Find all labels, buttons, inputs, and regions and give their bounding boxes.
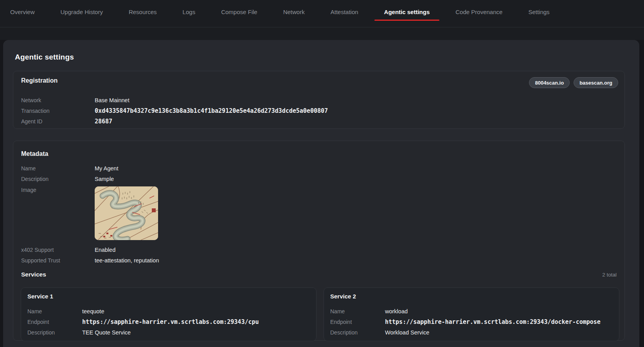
service-card-service-2: Service 2NameworkloadEndpointhttps://sap…	[324, 287, 619, 341]
tab-network[interactable]: Network	[273, 3, 315, 21]
field-label: Network	[21, 97, 95, 103]
tab-agentic-settings[interactable]: Agentic settings	[374, 3, 440, 21]
field-value: 28687	[95, 118, 112, 125]
field-row-agent-id: Agent ID28687	[21, 116, 617, 127]
field-label: Name	[27, 308, 82, 314]
field-label: Transaction	[21, 108, 95, 114]
field-value: Enabled	[95, 247, 115, 253]
map-illustration	[95, 186, 158, 240]
tab-overview[interactable]: Overview	[0, 3, 45, 21]
field-value: https://sapphire-harrier.vm.scrtlabs.com…	[82, 318, 259, 325]
field-label: Endpoint	[330, 319, 385, 325]
link-badge-8004scan-io[interactable]: 8004scan.io	[529, 77, 570, 88]
metadata-header: Metadata	[21, 150, 48, 157]
service-title: Service 2	[330, 293, 356, 300]
field-row-description: DescriptionWorkload Service	[330, 327, 613, 338]
metadata-rows-bottom: x402 SupportEnabledSupported Trusttee-at…	[21, 244, 617, 266]
field-row-endpoint: Endpointhttps://sapphire-harrier.vm.scrt…	[330, 316, 613, 327]
field-label: Image	[21, 186, 95, 193]
field-row-transaction: Transaction0xd4335847b4327c9e136c3b8a3b1…	[21, 105, 617, 116]
tab-resources[interactable]: Resources	[119, 3, 167, 21]
field-row-endpoint: Endpointhttps://sapphire-harrier.vm.scrt…	[27, 316, 310, 327]
link-badge-basescan-org[interactable]: basescan.org	[574, 77, 618, 88]
field-value: My Agent	[95, 165, 118, 172]
image-field-row: Image	[21, 186, 617, 240]
service-rows: NameteequoteEndpointhttps://sapphire-har…	[27, 306, 310, 338]
tab-attestation[interactable]: Attestation	[320, 3, 369, 21]
registration-links: 8004scan.iobasescan.org	[529, 77, 618, 88]
field-value: teequote	[82, 308, 104, 314]
field-value: TEE Quote Service	[82, 329, 131, 336]
field-label: Description	[330, 329, 385, 336]
field-row-name: Nameteequote	[27, 306, 310, 316]
tab-logs[interactable]: Logs	[173, 3, 206, 21]
field-value: workload	[385, 308, 408, 314]
field-row-supported-trust: Supported Trusttee-attestation, reputati…	[21, 255, 617, 266]
main-panel: Agentic settings Registration 8004scan.i…	[3, 40, 639, 347]
field-value: Base Mainnet	[95, 97, 130, 103]
agent-map-image	[95, 186, 158, 240]
field-row-description: DescriptionTEE Quote Service	[27, 327, 310, 338]
field-label: x402 Support	[21, 247, 95, 253]
field-label: Endpoint	[27, 319, 82, 325]
field-value: 0xd4335847b4327c9e136c3b8a3b1c4f1ba29120…	[95, 107, 328, 114]
field-label: Name	[21, 165, 95, 172]
registration-card: Registration 8004scan.iobasescan.org Net…	[13, 71, 625, 129]
field-row-network: NetworkBase Mainnet	[21, 95, 617, 105]
tab-bar: OverviewUpgrade HistoryResourcesLogsComp…	[0, 0, 644, 27]
field-value: tee-attestation, reputation	[95, 257, 159, 264]
field-value: Workload Service	[385, 329, 429, 336]
page-header: OverviewUpgrade HistoryResourcesLogsComp…	[0, 0, 644, 40]
tab-code-provenance[interactable]: Code Provenance	[445, 3, 513, 21]
tab-upgrade-history[interactable]: Upgrade History	[50, 3, 113, 21]
services-list: Service 1NameteequoteEndpointhttps://sap…	[21, 287, 619, 341]
registration-header: Registration	[21, 77, 58, 84]
registration-rows: NetworkBase MainnetTransaction0xd4335847…	[21, 95, 617, 127]
field-row-name: NameMy Agent	[21, 163, 617, 174]
services-count: 2 total	[602, 272, 617, 278]
field-label: Description	[21, 176, 95, 182]
page-title: Agentic settings	[15, 53, 74, 61]
service-card-service-1: Service 1NameteequoteEndpointhttps://sap…	[21, 287, 317, 341]
field-value: https://sapphire-harrier.vm.scrtlabs.com…	[385, 318, 601, 325]
field-row-description: DescriptionSample	[21, 174, 617, 184]
field-label: Agent ID	[21, 118, 95, 125]
field-row-name: Nameworkload	[330, 306, 613, 316]
service-rows: NameworkloadEndpointhttps://sapphire-har…	[330, 306, 613, 338]
field-label: Supported Trust	[21, 257, 95, 264]
field-label: Name	[330, 308, 385, 314]
tab-compose-file[interactable]: Compose File	[211, 3, 268, 21]
field-row-x402-support: x402 SupportEnabled	[21, 244, 617, 255]
services-header: Services	[21, 271, 46, 278]
field-label: Description	[27, 329, 82, 336]
service-title: Service 1	[27, 293, 53, 300]
metadata-card: Metadata NameMy AgentDescriptionSample I…	[13, 141, 625, 341]
tab-settings[interactable]: Settings	[518, 3, 559, 21]
field-value: Sample	[95, 176, 114, 182]
metadata-rows-top: NameMy AgentDescriptionSample	[21, 163, 617, 184]
services-header-row: Services 2 total	[21, 269, 617, 280]
